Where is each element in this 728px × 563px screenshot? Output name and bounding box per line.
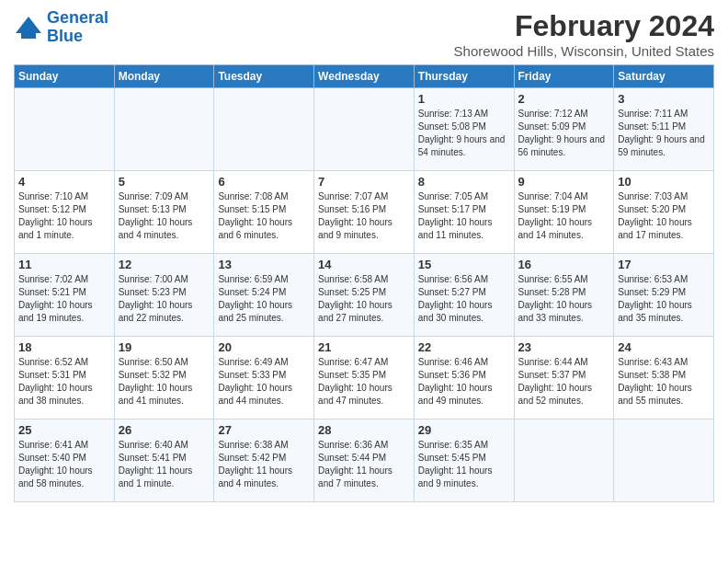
calendar-cell: 22Sunrise: 6:46 AMSunset: 5:36 PMDayligh… xyxy=(414,337,514,419)
calendar-cell xyxy=(114,88,214,171)
day-info-line: Daylight: 10 hours and 33 minutes. xyxy=(518,300,593,323)
calendar-week-row: 25Sunrise: 6:41 AMSunset: 5:40 PMDayligh… xyxy=(15,419,714,502)
day-info-line: Sunrise: 6:41 AM xyxy=(18,440,88,450)
day-number: 14 xyxy=(318,258,410,271)
calendar-cell: 24Sunrise: 6:43 AMSunset: 5:38 PMDayligh… xyxy=(614,337,714,419)
calendar-week-row: 4Sunrise: 7:10 AMSunset: 5:12 PMDaylight… xyxy=(15,171,714,254)
day-info-line: Sunrise: 6:46 AM xyxy=(418,357,488,367)
day-info-line: Sunrise: 6:56 AM xyxy=(418,274,488,284)
day-info-line: Sunrise: 7:05 AM xyxy=(418,191,488,201)
day-info-line: Sunrise: 7:00 AM xyxy=(119,274,188,284)
day-info-line: Daylight: 10 hours and 44 minutes. xyxy=(218,383,292,406)
calendar-week-row: 18Sunrise: 6:52 AMSunset: 5:31 PMDayligh… xyxy=(15,337,714,419)
day-info-line: Daylight: 11 hours and 7 minutes. xyxy=(318,465,392,488)
calendar-cell: 3Sunrise: 7:11 AMSunset: 5:11 PMDaylight… xyxy=(614,88,714,171)
day-info-line: Sunrise: 7:04 AM xyxy=(518,191,588,201)
day-number: 25 xyxy=(18,423,110,437)
day-info: Sunrise: 6:59 AMSunset: 5:24 PMDaylight:… xyxy=(218,273,310,325)
day-info: Sunrise: 6:46 AMSunset: 5:36 PMDaylight:… xyxy=(418,356,510,408)
day-info-line: Daylight: 10 hours and 17 minutes. xyxy=(618,217,692,240)
logo-line1: General xyxy=(47,8,108,27)
calendar-cell: 11Sunrise: 7:02 AMSunset: 5:21 PMDayligh… xyxy=(15,254,115,337)
day-info-line: Sunset: 5:33 PM xyxy=(218,370,286,380)
calendar-cell xyxy=(614,419,714,502)
day-info-line: Sunset: 5:16 PM xyxy=(318,204,386,214)
calendar-cell: 10Sunrise: 7:03 AMSunset: 5:20 PMDayligh… xyxy=(614,171,714,254)
day-info-line: Sunrise: 7:03 AM xyxy=(618,191,688,201)
day-info-line: Sunset: 5:41 PM xyxy=(119,453,187,463)
day-info-line: Sunset: 5:37 PM xyxy=(518,370,586,380)
calendar-cell: 4Sunrise: 7:10 AMSunset: 5:12 PMDaylight… xyxy=(15,171,115,254)
day-info-line: Daylight: 10 hours and 19 minutes. xyxy=(18,300,93,323)
page-subtitle: Shorewood Hills, Wisconsin, United State… xyxy=(454,43,714,59)
day-info-line: Sunrise: 6:49 AM xyxy=(218,357,288,367)
day-info-line: Daylight: 10 hours and 25 minutes. xyxy=(218,300,292,323)
day-info: Sunrise: 6:52 AMSunset: 5:31 PMDaylight:… xyxy=(18,356,110,408)
day-info: Sunrise: 6:36 AMSunset: 5:44 PMDaylight:… xyxy=(318,439,410,490)
day-info-line: Sunset: 5:42 PM xyxy=(218,453,286,463)
day-info-line: Daylight: 10 hours and 55 minutes. xyxy=(618,383,692,406)
day-info-line: Sunrise: 6:47 AM xyxy=(318,357,388,367)
day-info-line: Sunrise: 6:53 AM xyxy=(618,274,688,284)
day-info-line: Sunrise: 7:10 AM xyxy=(18,191,88,201)
day-number: 26 xyxy=(119,423,210,437)
day-info-line: Sunset: 5:21 PM xyxy=(18,287,86,297)
day-info-line: Daylight: 10 hours and 1 minute. xyxy=(18,217,93,240)
day-number: 6 xyxy=(218,175,310,189)
calendar-cell: 18Sunrise: 6:52 AMSunset: 5:31 PMDayligh… xyxy=(15,337,115,419)
column-header-wednesday: Wednesday xyxy=(314,65,415,88)
day-info-line: Daylight: 9 hours and 59 minutes. xyxy=(618,134,705,157)
day-number: 22 xyxy=(418,340,510,354)
day-info-line: Sunset: 5:09 PM xyxy=(518,121,586,132)
day-info: Sunrise: 6:58 AMSunset: 5:25 PMDaylight:… xyxy=(318,273,410,325)
day-info-line: Sunrise: 7:09 AM xyxy=(119,191,188,201)
page-title: February 2024 xyxy=(454,9,714,43)
day-info-line: Daylight: 10 hours and 52 minutes. xyxy=(518,383,593,406)
logo-text: General Blue xyxy=(47,9,108,46)
day-info-line: Sunrise: 7:02 AM xyxy=(18,274,88,284)
calendar-cell xyxy=(314,88,415,171)
day-info: Sunrise: 6:56 AMSunset: 5:27 PMDaylight:… xyxy=(418,273,510,325)
calendar-cell: 19Sunrise: 6:50 AMSunset: 5:32 PMDayligh… xyxy=(114,337,214,419)
day-number: 16 xyxy=(518,258,610,271)
day-info-line: Sunset: 5:25 PM xyxy=(318,287,386,297)
day-number: 5 xyxy=(119,175,210,189)
day-info-line: Daylight: 10 hours and 14 minutes. xyxy=(518,217,593,240)
day-info: Sunrise: 7:12 AMSunset: 5:09 PMDaylight:… xyxy=(518,108,610,159)
day-info-line: Sunset: 5:12 PM xyxy=(18,204,86,214)
column-header-tuesday: Tuesday xyxy=(214,65,314,88)
calendar-cell: 17Sunrise: 6:53 AMSunset: 5:29 PMDayligh… xyxy=(614,254,714,337)
calendar-cell: 20Sunrise: 6:49 AMSunset: 5:33 PMDayligh… xyxy=(214,337,314,419)
day-info-line: Sunset: 5:20 PM xyxy=(618,204,686,214)
day-info-line: Sunset: 5:11 PM xyxy=(618,121,686,132)
calendar-cell: 1Sunrise: 7:13 AMSunset: 5:08 PMDaylight… xyxy=(414,88,514,171)
day-info-line: Daylight: 10 hours and 27 minutes. xyxy=(318,300,392,323)
calendar-cell xyxy=(514,419,614,502)
day-info-line: Daylight: 11 hours and 4 minutes. xyxy=(218,465,292,488)
day-info-line: Sunset: 5:44 PM xyxy=(318,453,386,463)
day-info-line: Sunset: 5:13 PM xyxy=(119,204,187,214)
calendar-cell: 26Sunrise: 6:40 AMSunset: 5:41 PMDayligh… xyxy=(114,419,214,502)
day-info-line: Daylight: 10 hours and 49 minutes. xyxy=(418,383,493,406)
day-info: Sunrise: 7:04 AMSunset: 5:19 PMDaylight:… xyxy=(518,190,610,242)
day-info-line: Sunrise: 6:52 AM xyxy=(18,357,88,367)
calendar-cell: 9Sunrise: 7:04 AMSunset: 5:19 PMDaylight… xyxy=(514,171,614,254)
day-info-line: Sunset: 5:45 PM xyxy=(418,453,486,463)
calendar-week-row: 11Sunrise: 7:02 AMSunset: 5:21 PMDayligh… xyxy=(15,254,714,337)
day-info-line: Sunrise: 7:07 AM xyxy=(318,191,388,201)
day-info: Sunrise: 6:41 AMSunset: 5:40 PMDaylight:… xyxy=(18,439,110,490)
day-info-line: Sunset: 5:08 PM xyxy=(418,121,486,132)
day-info: Sunrise: 6:53 AMSunset: 5:29 PMDaylight:… xyxy=(618,273,710,325)
day-number: 15 xyxy=(418,258,510,271)
day-info: Sunrise: 6:43 AMSunset: 5:38 PMDaylight:… xyxy=(618,356,710,408)
day-number: 17 xyxy=(618,258,710,271)
day-info-line: Sunrise: 6:38 AM xyxy=(218,440,288,450)
day-info-line: Sunset: 5:32 PM xyxy=(119,370,187,380)
day-info: Sunrise: 7:02 AMSunset: 5:21 PMDaylight:… xyxy=(18,273,110,325)
calendar-cell: 23Sunrise: 6:44 AMSunset: 5:37 PMDayligh… xyxy=(514,337,614,419)
day-number: 8 xyxy=(418,175,510,189)
calendar-cell: 27Sunrise: 6:38 AMSunset: 5:42 PMDayligh… xyxy=(214,419,314,502)
day-info-line: Sunrise: 6:44 AM xyxy=(518,357,588,367)
day-info-line: Sunset: 5:31 PM xyxy=(18,370,86,380)
calendar-table: SundayMondayTuesdayWednesdayThursdayFrid… xyxy=(14,64,714,502)
